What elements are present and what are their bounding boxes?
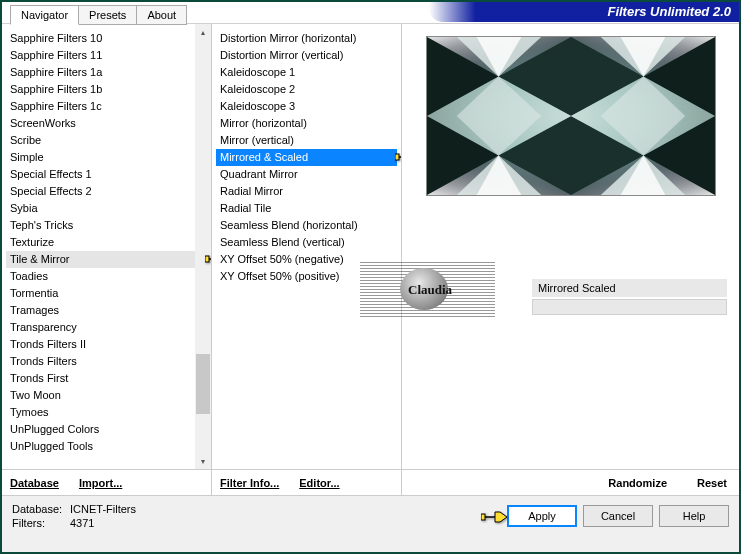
category-item[interactable]: Sapphire Filters 11 (6, 47, 207, 64)
category-item[interactable]: ScreenWorks (6, 115, 207, 132)
category-item[interactable]: Toadies (6, 268, 207, 285)
category-item[interactable]: Sybia (6, 200, 207, 217)
category-item[interactable]: UnPlugged Tools (6, 438, 207, 455)
filter-item[interactable]: Radial Tile (216, 200, 397, 217)
svg-rect-1 (395, 154, 399, 160)
category-item[interactable]: Sapphire Filters 10 (6, 30, 207, 47)
svg-rect-10 (481, 514, 485, 520)
filter-item[interactable]: Distortion Mirror (vertical) (216, 47, 397, 64)
filter-item[interactable]: Mirror (vertical) (216, 132, 397, 149)
category-item[interactable]: Simple (6, 149, 207, 166)
status-info: Database:ICNET-Filters Filters:4371 (12, 502, 136, 546)
watermark: Claudia (360, 262, 495, 318)
filter-item[interactable]: Kaleidoscope 2 (216, 81, 397, 98)
scroll-down-icon[interactable]: ▾ (195, 453, 211, 469)
cancel-button[interactable]: Cancel (583, 505, 653, 527)
filter-item[interactable]: Quadrant Mirror (216, 166, 397, 183)
reset-button[interactable]: Reset (697, 477, 727, 489)
category-item[interactable]: Tymoes (6, 404, 207, 421)
header-bar: NavigatorPresetsAbout Filters Unlimited … (2, 2, 739, 24)
filter-panel: Distortion Mirror (horizontal)Distortion… (212, 24, 402, 495)
category-item[interactable]: Tile & Mirror (6, 251, 207, 268)
scroll-thumb[interactable] (196, 354, 210, 414)
category-item[interactable]: Teph's Tricks (6, 217, 207, 234)
category-item[interactable]: Two Moon (6, 387, 207, 404)
filter-info-button[interactable]: Filter Info... (220, 477, 279, 489)
tab-about[interactable]: About (136, 5, 187, 25)
category-item[interactable]: Tormentia (6, 285, 207, 302)
filter-item[interactable]: Mirror (horizontal) (216, 115, 397, 132)
category-item[interactable]: Texturize (6, 234, 207, 251)
filter-item[interactable]: Seamless Blend (vertical) (216, 234, 397, 251)
preview-image (426, 36, 716, 196)
category-item[interactable]: Special Effects 2 (6, 183, 207, 200)
scroll-up-icon[interactable]: ▴ (195, 24, 211, 40)
help-button[interactable]: Help (659, 505, 729, 527)
category-item[interactable]: Tronds First (6, 370, 207, 387)
filter-footer: Filter Info... Editor... (212, 469, 401, 495)
filter-item[interactable]: Distortion Mirror (horizontal) (216, 30, 397, 47)
category-item[interactable]: Transparency (6, 319, 207, 336)
category-item[interactable]: UnPlugged Colors (6, 421, 207, 438)
editor-button[interactable]: Editor... (299, 477, 339, 489)
category-list-wrap: Sapphire Filters 10Sapphire Filters 11Sa… (2, 24, 211, 469)
category-item[interactable]: Sapphire Filters 1c (6, 98, 207, 115)
category-scrollbar[interactable]: ▴ ▾ (195, 24, 211, 469)
pointer-icon (395, 146, 401, 168)
randomize-button[interactable]: Randomize (608, 477, 667, 489)
category-panel: Sapphire Filters 10Sapphire Filters 11Sa… (2, 24, 212, 495)
category-item[interactable]: Tronds Filters II (6, 336, 207, 353)
category-item[interactable]: Sapphire Filters 1a (6, 64, 207, 81)
filters-count-value: 4371 (70, 517, 94, 529)
db-value: ICNET-Filters (70, 503, 136, 515)
category-item[interactable]: Tramages (6, 302, 207, 319)
preview-footer: Randomize Reset (402, 469, 739, 495)
parameter-bar[interactable] (532, 299, 727, 315)
filters-count-label: Filters: (12, 516, 70, 530)
tabs: NavigatorPresetsAbout (10, 5, 186, 25)
database-button[interactable]: Database (10, 477, 59, 489)
db-label: Database: (12, 502, 70, 516)
category-footer: Database Import... (2, 469, 211, 495)
filter-item[interactable]: Kaleidoscope 3 (216, 98, 397, 115)
main-area: Sapphire Filters 10Sapphire Filters 11Sa… (2, 24, 739, 496)
filter-list-wrap: Distortion Mirror (horizontal)Distortion… (212, 24, 401, 469)
category-item[interactable]: Scribe (6, 132, 207, 149)
tab-navigator[interactable]: Navigator (10, 5, 79, 25)
filter-list[interactable]: Distortion Mirror (horizontal)Distortion… (212, 24, 401, 469)
category-item[interactable]: Special Effects 1 (6, 166, 207, 183)
app-title: Filters Unlimited 2.0 (429, 2, 739, 22)
tab-presets[interactable]: Presets (78, 5, 137, 25)
category-item[interactable]: Sapphire Filters 1b (6, 81, 207, 98)
filter-item[interactable]: Seamless Blend (horizontal) (216, 217, 397, 234)
preview-panel: Claudia Mirrored Scaled Randomize Reset (402, 24, 739, 495)
category-item[interactable]: Tronds Filters (6, 353, 207, 370)
apply-button[interactable]: Apply (507, 505, 577, 527)
category-list[interactable]: Sapphire Filters 10Sapphire Filters 11Sa… (2, 24, 211, 469)
action-buttons: Apply Cancel Help (507, 502, 729, 546)
filter-item[interactable]: Mirrored & Scaled (216, 149, 397, 166)
filter-item[interactable]: Radial Mirror (216, 183, 397, 200)
filter-item[interactable]: Kaleidoscope 1 (216, 64, 397, 81)
status-bar: Database:ICNET-Filters Filters:4371 Appl… (2, 496, 739, 552)
parameter-label: Mirrored Scaled (532, 279, 727, 297)
import-button[interactable]: Import... (79, 477, 122, 489)
